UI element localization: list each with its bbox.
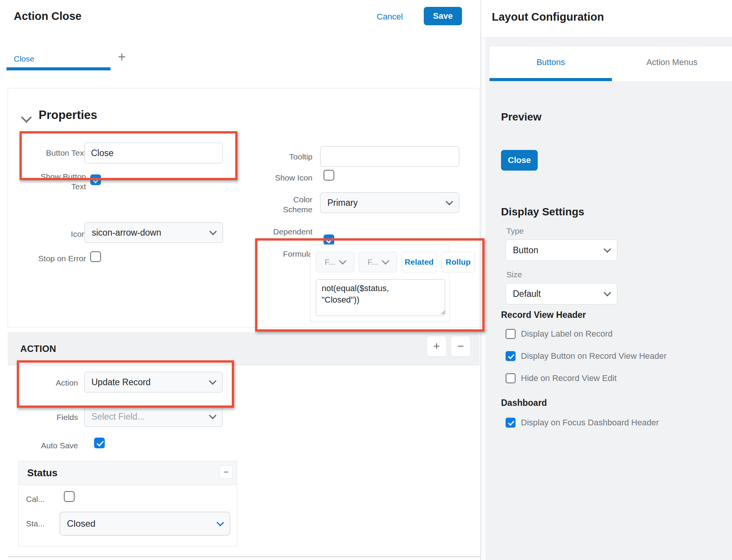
icon-select[interactable]: sicon-arrow-down bbox=[85, 222, 223, 243]
size-select-value: Default bbox=[513, 289, 541, 299]
action-section-header: ACTION + − bbox=[8, 332, 480, 366]
checkbox-row: Hide on Record View Edit bbox=[506, 373, 617, 383]
tooltip-label: Tooltip bbox=[255, 152, 312, 162]
cancel-button[interactable]: Cancel bbox=[377, 12, 403, 22]
status-panel: Status − Cal... Sta... Closed bbox=[18, 461, 237, 547]
display-button-on-record-view-header-label: Display Button on Record View Header bbox=[521, 351, 667, 361]
remove-action-button[interactable]: − bbox=[451, 336, 471, 357]
size-select[interactable]: Default bbox=[506, 283, 617, 304]
chevron-down-icon bbox=[382, 257, 389, 265]
right-panel-header: Layout Configuration bbox=[481, 0, 732, 37]
action-select[interactable]: Update Record bbox=[84, 372, 223, 392]
tab-close[interactable]: Close bbox=[14, 54, 34, 63]
preview-heading: Preview bbox=[501, 111, 542, 123]
chevron-down-icon bbox=[339, 257, 346, 265]
chevron-down-icon bbox=[209, 412, 216, 419]
tab-buttons-label: Buttons bbox=[537, 57, 565, 67]
hide-on-record-view-edit-label: Hide on Record View Edit bbox=[521, 373, 617, 383]
formula-textarea[interactable]: not(equal($status, "Closed")) bbox=[316, 279, 445, 316]
action-heading: ACTION bbox=[20, 343, 56, 354]
button-text-label: Button Text bbox=[25, 148, 86, 158]
chevron-down-icon bbox=[603, 289, 611, 296]
add-action-button[interactable]: + bbox=[426, 336, 447, 357]
chevron-down-icon bbox=[209, 377, 216, 385]
action-label: Action bbox=[17, 378, 78, 388]
rollup-button[interactable]: Rollup bbox=[441, 252, 475, 272]
formula-function-select-1[interactable]: F... bbox=[316, 252, 354, 272]
checkbox-row: Display Label on Record bbox=[506, 329, 613, 339]
dashboard-heading: Dashboard bbox=[501, 398, 547, 408]
screen: Action Close Cancel Save Close + Propert… bbox=[0, 0, 732, 560]
show-icon-checkbox[interactable] bbox=[324, 170, 334, 181]
tab-action-menus[interactable]: Action Menus bbox=[612, 47, 732, 78]
add-tab-button[interactable]: + bbox=[118, 49, 126, 65]
icon-select-value: sicon-arrow-down bbox=[92, 228, 161, 238]
stop-on-error-label: Stop on Error bbox=[25, 254, 86, 264]
type-label: Type bbox=[506, 226, 524, 236]
tab-buttons[interactable]: Buttons bbox=[490, 47, 612, 78]
button-text-input[interactable]: Close bbox=[85, 143, 223, 163]
dependent-label: Dependent bbox=[255, 227, 312, 237]
display-on-focus-dashboard-header-checkbox[interactable] bbox=[506, 418, 516, 428]
display-settings-heading: Display Settings bbox=[501, 206, 584, 218]
show-button-text-label: Show Button Text bbox=[25, 172, 86, 192]
resize-handle-icon[interactable] bbox=[440, 309, 446, 315]
chevron-down-icon bbox=[603, 245, 611, 253]
active-tab-underline bbox=[7, 67, 111, 70]
left-panel: Action Close Cancel Save Close + Propert… bbox=[0, 0, 480, 560]
color-scheme-select[interactable]: Primary bbox=[320, 192, 459, 213]
hide-on-record-view-edit-checkbox[interactable] bbox=[506, 373, 516, 383]
display-label-on-record-checkbox[interactable] bbox=[506, 329, 516, 339]
layout-configuration-title: Layout Configuration bbox=[492, 11, 604, 23]
status-panel-header: Status − bbox=[19, 461, 237, 485]
display-button-on-record-view-header-checkbox[interactable] bbox=[506, 351, 516, 361]
calculated-checkbox[interactable] bbox=[64, 491, 75, 502]
type-select-value: Button bbox=[513, 245, 538, 256]
record-view-header-heading: Record View Header bbox=[501, 310, 586, 320]
status-heading: Status bbox=[27, 467, 57, 479]
show-icon-label: Show Icon bbox=[255, 173, 312, 183]
properties-heading: Properties bbox=[39, 108, 97, 122]
save-button[interactable]: Save bbox=[424, 7, 462, 25]
action-select-value: Update Record bbox=[91, 377, 151, 387]
formula-function-select-1-value: F... bbox=[325, 257, 335, 267]
color-scheme-value: Primary bbox=[327, 198, 358, 208]
status-field-label: Sta... bbox=[26, 519, 60, 529]
properties-card: Properties Button Text Close Show Button… bbox=[8, 88, 480, 327]
buttons-tab-underline bbox=[490, 78, 612, 81]
formula-editor: F... F... Related Rollup not(equal($stat… bbox=[310, 244, 449, 322]
collapse-chevron-icon[interactable] bbox=[21, 112, 32, 123]
right-tab-bar: Buttons Action Menus bbox=[490, 47, 732, 81]
formula-function-select-2-value: F... bbox=[368, 257, 378, 267]
stop-on-error-checkbox[interactable] bbox=[90, 251, 101, 262]
type-select[interactable]: Button bbox=[506, 239, 617, 261]
button-text-value: Close bbox=[91, 148, 114, 158]
show-button-text-checkbox[interactable] bbox=[90, 174, 101, 185]
fields-label: Fields bbox=[17, 412, 78, 422]
page-title: Action Close bbox=[14, 10, 81, 23]
calculated-label: Cal... bbox=[26, 494, 60, 504]
tab-action-menus-label: Action Menus bbox=[646, 57, 697, 67]
layout-configuration-panel: Layout Configuration Buttons Action Menu… bbox=[481, 0, 732, 560]
tooltip-input[interactable] bbox=[320, 146, 459, 167]
display-on-focus-dashboard-header-label: Display on Focus Dashboard Header bbox=[521, 418, 659, 428]
checkbox-row: Display on Focus Dashboard Header bbox=[506, 418, 659, 428]
formula-label: Formula bbox=[255, 249, 312, 259]
related-button[interactable]: Related bbox=[402, 252, 437, 272]
checkbox-row: Display Button on Record View Header bbox=[506, 351, 667, 361]
fields-select[interactable]: Select Field... bbox=[84, 406, 223, 427]
scrollbar-gutter[interactable] bbox=[481, 37, 486, 560]
formula-function-select-2[interactable]: F... bbox=[359, 252, 397, 272]
icon-label: Icon bbox=[25, 229, 86, 239]
auto-save-checkbox[interactable] bbox=[94, 438, 105, 448]
status-select-value: Closed bbox=[67, 518, 96, 529]
dependent-checkbox[interactable] bbox=[324, 234, 334, 245]
status-select[interactable]: Closed bbox=[60, 512, 230, 536]
preview-close-button[interactable]: Close bbox=[501, 150, 538, 171]
auto-save-label: Auto Save bbox=[17, 441, 78, 451]
chevron-down-icon bbox=[209, 228, 217, 235]
remove-status-button[interactable]: − bbox=[219, 465, 233, 479]
fields-select-placeholder: Select Field... bbox=[91, 412, 145, 422]
size-label: Size bbox=[506, 270, 522, 279]
chevron-down-icon bbox=[446, 198, 453, 205]
